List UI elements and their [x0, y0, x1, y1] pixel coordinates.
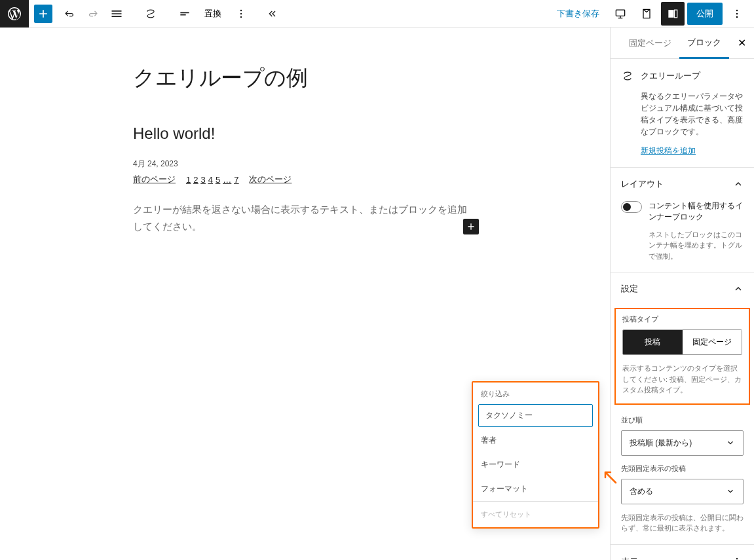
settings-sidebar: 固定ページ ブロック ✕ クエリーループ 異なるクエリーパラメータやビジュアル構… [610, 28, 754, 560]
toggle-help-text: ネストしたブロックはこのコンテナ幅を埋めます。トグルで強制。 [621, 229, 744, 262]
post-type-page-button[interactable]: 固定ページ [683, 330, 742, 354]
post-date: 4月 24, 2023 [133, 159, 474, 170]
svg-rect-5 [675, 10, 677, 18]
no-results-text[interactable]: クエリーが結果を返さない場合に表示するテキスト、またはブロックを追加してください… [133, 201, 474, 234]
page-ellipsis: … [223, 175, 231, 185]
post-type-post-button[interactable]: 投稿 [623, 330, 683, 354]
chevron-up-icon [733, 284, 744, 294]
tab-block[interactable]: ブロック [679, 28, 729, 59]
filter-popover: 絞り込み タクソノミー 著者 キーワード フォーマット すべてリセット [472, 381, 599, 529]
post-type-help: 表示するコンテンツのタイプを選択してください: 投稿、固定ページ、カスタム投稿タ… [622, 363, 742, 396]
post-title[interactable]: Hello world! [133, 124, 474, 143]
post-type-segment: 投稿 固定ページ [622, 329, 742, 355]
svg-point-9 [736, 557, 738, 559]
filter-option-keyword[interactable]: キーワード [473, 453, 598, 477]
chevron-down-icon [726, 438, 735, 447]
publish-button[interactable]: 公開 [687, 3, 723, 25]
add-new-post-link[interactable]: 新規投稿を追加 [621, 146, 696, 155]
svg-rect-4 [668, 10, 673, 18]
inner-blocks-width-toggle[interactable] [621, 201, 642, 213]
filter-reset-all[interactable]: すべてリセット [473, 501, 598, 527]
chevron-down-icon [726, 487, 735, 496]
svg-rect-3 [616, 10, 624, 16]
page-number[interactable]: 3 [200, 175, 205, 185]
redo-button[interactable] [81, 2, 105, 26]
preview-desktop-button[interactable] [609, 2, 632, 26]
more-icon[interactable] [730, 555, 744, 560]
block-description: 異なるクエリーパラメータやビジュアル構成に基づいて投稿タイプを表示できる、高度な… [621, 90, 744, 138]
settings-panel-header[interactable]: 設定 [611, 272, 754, 305]
svg-point-1 [240, 12, 242, 14]
wordpress-logo[interactable] [0, 0, 29, 28]
loop-icon[interactable] [139, 2, 162, 26]
page-number[interactable]: 2 [193, 175, 198, 185]
top-toolbar: 置換 下書き保存 公開 [0, 0, 754, 28]
content-wrap: クエリループの例 Hello world! 4月 24, 2023 前のページ … [133, 64, 474, 234]
chevron-up-icon [733, 179, 744, 189]
display-panel-header[interactable]: 表示 [621, 555, 744, 560]
order-label: 並び順 [621, 415, 744, 425]
svg-point-6 [736, 9, 738, 11]
svg-point-0 [240, 9, 242, 11]
filter-option-taxonomy[interactable]: タクソノミー [478, 404, 593, 427]
collapse-toolbar-button[interactable] [261, 2, 284, 26]
settings-panel: 設定 投稿タイプ 投稿 固定ページ 表示するコンテンツのタイプを選択してください… [611, 272, 754, 545]
filter-option-author[interactable]: 著者 [473, 428, 598, 453]
query-loop-icon [621, 69, 634, 83]
main-container: クエリループの例 Hello world! 4月 24, 2023 前のページ … [0, 28, 754, 560]
add-inner-block-button[interactable] [463, 219, 479, 234]
page-number[interactable]: 7 [234, 175, 238, 185]
sticky-select[interactable]: 含める [621, 479, 744, 504]
popover-header: 絞り込み [473, 383, 598, 403]
tab-page[interactable]: 固定ページ [621, 28, 679, 59]
page-title[interactable]: クエリループの例 [133, 64, 474, 93]
prev-page-link[interactable]: 前のページ [133, 174, 176, 185]
replace-button[interactable]: 置換 [197, 4, 229, 24]
sidebar-tabs: 固定ページ ブロック ✕ [611, 28, 754, 59]
toggle-label: コンテント幅を使用するインナーブロック [649, 200, 744, 223]
settings-sidebar-button[interactable] [661, 2, 685, 26]
preview-button[interactable] [635, 2, 658, 26]
layout-panel: レイアウト コンテント幅を使用するインナーブロック ネストしたブロックはこのコン… [611, 168, 754, 272]
post-type-highlight: 投稿タイプ 投稿 固定ページ 表示するコンテンツのタイプを選択してください: 投… [614, 308, 750, 405]
page-number[interactable]: 4 [208, 175, 213, 185]
undo-button[interactable] [58, 2, 81, 26]
filter-option-format[interactable]: フォーマット [473, 477, 598, 501]
post-type-label: 投稿タイプ [622, 314, 742, 324]
more-options-button[interactable] [229, 2, 253, 26]
display-panel: 表示 ページごとの投稿数 [611, 545, 754, 560]
sticky-label: 先頭固定表示の投稿 [621, 464, 744, 474]
next-page-link[interactable]: 次のページ [249, 174, 292, 185]
order-select[interactable]: 投稿順 (最新から) [621, 430, 744, 456]
pagination: 前のページ 1 2 3 4 5 … 7 次のページ [133, 174, 474, 185]
block-title: クエリーループ [641, 70, 700, 82]
toolbar-left: 置換 [0, 0, 284, 27]
add-block-button[interactable] [34, 5, 52, 23]
svg-point-8 [736, 16, 738, 18]
close-sidebar-button[interactable]: ✕ [738, 37, 746, 49]
block-info-panel: クエリーループ 異なるクエリーパラメータやビジュアル構成に基づいて投稿タイプを表… [611, 59, 754, 168]
svg-point-7 [736, 12, 738, 14]
layout-panel-header[interactable]: レイアウト [611, 168, 754, 200]
options-button[interactable] [725, 2, 749, 26]
page-number[interactable]: 5 [216, 175, 220, 185]
align-button[interactable] [173, 2, 197, 26]
sticky-help: 先頭固定表示の投稿は、公開日に関わらず、常に最初に表示されます。 [621, 512, 744, 534]
save-draft-button[interactable]: 下書き保存 [550, 4, 606, 24]
toolbar-right: 下書き保存 公開 [550, 2, 749, 26]
page-number[interactable]: 1 [186, 175, 191, 185]
svg-point-2 [240, 16, 242, 18]
list-view-button[interactable] [105, 2, 128, 26]
page-numbers: 1 2 3 4 5 … 7 [186, 175, 238, 185]
